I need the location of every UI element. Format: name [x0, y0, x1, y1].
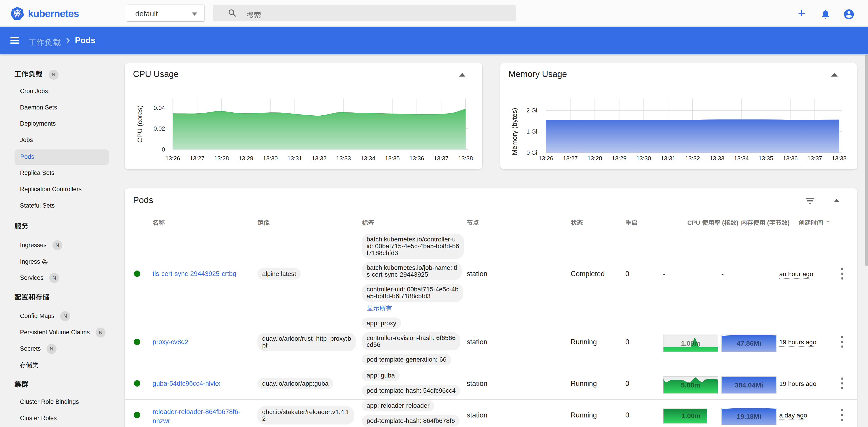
svg-text:1 Gi: 1 Gi	[526, 128, 537, 135]
svg-text:13:29: 13:29	[612, 155, 626, 162]
svg-text:13:31: 13:31	[661, 155, 676, 162]
svg-text:13:30: 13:30	[636, 155, 651, 162]
svg-text:13:26: 13:26	[538, 155, 553, 162]
svg-text:13:36: 13:36	[783, 155, 798, 162]
svg-text:Memory (bytes): Memory (bytes)	[511, 108, 518, 155]
svg-text:13:37: 13:37	[434, 155, 448, 162]
svg-text:13:35: 13:35	[758, 155, 773, 162]
svg-text:13:33: 13:33	[336, 155, 351, 162]
svg-text:13:35: 13:35	[385, 155, 400, 162]
svg-text:13:37: 13:37	[807, 155, 822, 162]
svg-text:13:38: 13:38	[458, 155, 473, 162]
svg-text:0.02: 0.02	[153, 125, 165, 132]
svg-text:13:31: 13:31	[287, 155, 302, 162]
svg-text:13:32: 13:32	[312, 155, 327, 162]
svg-text:13:38: 13:38	[832, 155, 846, 162]
svg-text:13:36: 13:36	[409, 155, 424, 162]
svg-text:13:28: 13:28	[214, 155, 229, 162]
svg-text:13:34: 13:34	[734, 155, 749, 162]
svg-text:13:32: 13:32	[685, 155, 700, 162]
svg-text:13:33: 13:33	[710, 155, 724, 162]
svg-text:13:29: 13:29	[239, 155, 253, 162]
svg-text:13:26: 13:26	[165, 155, 180, 162]
svg-text:2 Gi: 2 Gi	[526, 107, 537, 114]
svg-text:13:34: 13:34	[361, 155, 375, 162]
svg-text:13:28: 13:28	[587, 155, 602, 162]
svg-text:0 Gi: 0 Gi	[526, 149, 537, 156]
svg-text:13:27: 13:27	[563, 155, 578, 162]
svg-text:0: 0	[162, 146, 165, 153]
svg-text:13:27: 13:27	[190, 155, 205, 162]
svg-text:13:30: 13:30	[263, 155, 278, 162]
svg-text:0.04: 0.04	[153, 105, 165, 111]
svg-text:CPU (cores): CPU (cores)	[136, 105, 144, 143]
